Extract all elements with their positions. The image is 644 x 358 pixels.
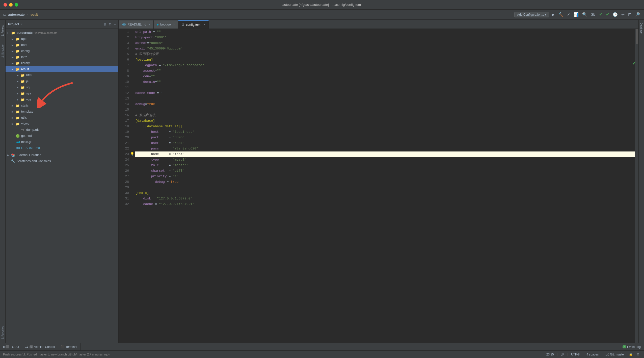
statusbar: Push successful: Pushed master to new br… <box>0 350 644 358</box>
code-line-24: type = "mysql" <box>135 157 635 163</box>
minimize-button[interactable] <box>9 3 13 7</box>
editor-content[interactable]: ✔ 1234 5678 9101112 13141516 17181920 21… <box>119 29 638 343</box>
profile-button[interactable]: 🔍 <box>581 12 588 17</box>
tree-root[interactable]: ▾ 📁 autocreate ~/go/src/autocreate <box>6 30 118 36</box>
code-line-18: [[database.default]] <box>135 124 635 129</box>
tree-item-sys[interactable]: ▶ 📁 sys <box>6 90 118 96</box>
sidebar-item-favorites[interactable]: 2: Favorites <box>0 323 5 343</box>
bottom-tab-version-control[interactable]: ⎇ 9 Version Control <box>22 343 58 351</box>
readme-tab-close[interactable]: ✕ <box>148 23 150 26</box>
tree-item-library[interactable]: ▶ 📁 library <box>6 60 118 66</box>
search-icon[interactable]: 🔎 <box>634 12 641 17</box>
editor-checkmark: ✔ <box>632 60 636 66</box>
sidebar-item-project[interactable]: 1: Project <box>0 21 5 41</box>
event-log-label: Event Log <box>627 345 641 349</box>
indent[interactable]: 4 spaces <box>585 353 600 356</box>
tree-item-views[interactable]: ▶ 📁 views <box>6 121 118 127</box>
hide-panel-icon[interactable]: − <box>114 22 116 26</box>
bottom-tabs: ≡ 6 TODO ⎇ 9 Version Control ⬛ Terminal … <box>0 343 644 350</box>
settings-status-icon: ⚙ <box>637 353 639 356</box>
code-line-13 <box>135 96 635 101</box>
tree-item-js[interactable]: ▶ 📁 js <box>6 78 118 84</box>
git-history-icon[interactable]: 🕐 <box>612 12 619 17</box>
tree-item-scratches[interactable]: ▶ 🔧 Scratches and Consoles <box>6 158 118 164</box>
tree-item-main-go[interactable]: ▶ GO main.go <box>6 139 118 145</box>
close-button[interactable] <box>4 3 7 7</box>
bottom-tab-todo[interactable]: ≡ 6 TODO <box>0 343 22 351</box>
panel-chevron[interactable]: ▾ <box>21 23 22 25</box>
sidebar-item-database[interactable]: Database <box>639 21 643 36</box>
titlebar: autocreate [~/go/src/autocreate] – .../c… <box>0 0 644 10</box>
folder-icon: 📁 <box>16 61 20 65</box>
settings-status[interactable]: ⚙ <box>635 353 641 356</box>
check-button[interactable]: ✓ <box>566 12 571 17</box>
settings-icon[interactable]: ⚙ <box>109 22 112 26</box>
coverage-button[interactable]: 📊 <box>573 12 580 17</box>
tree-item-static[interactable]: ▶ 📁 static <box>6 103 118 109</box>
boot-tab-close[interactable]: ✕ <box>173 23 175 26</box>
tree-item-readme[interactable]: ▶ MD README.md <box>6 145 118 151</box>
code-line-8: assest="" <box>135 68 635 74</box>
config-tab-close[interactable]: ✕ <box>203 23 205 26</box>
git-branch-status[interactable]: ⎇ Git: master <box>604 353 626 356</box>
tab-config-toml[interactable]: ⚙ config.toml ✕ <box>178 20 209 29</box>
scope-icon[interactable]: ⊕ <box>103 22 106 26</box>
folder-icon: 📁 <box>16 55 20 59</box>
tree-item-external-libs[interactable]: ▶ 📚 External Libraries <box>6 152 118 158</box>
tab-boot-go[interactable]: ● boot.go ✕ <box>154 20 178 29</box>
code-editor[interactable]: url-path = "" http-port="8081" author="R… <box>131 29 635 343</box>
bottom-tab-terminal[interactable]: ⬛ Terminal <box>58 343 80 351</box>
todo-label: TODO <box>10 345 19 349</box>
folder-icon: 📁 <box>16 43 20 47</box>
tree-item-config[interactable]: ▶ 📁 config <box>6 48 118 54</box>
folder-icon: 📁 <box>21 86 25 89</box>
code-line-5: # 应用系统设置 <box>135 52 635 57</box>
editor-area: MD README.md ✕ ● boot.go ✕ ⚙ config.toml… <box>119 20 638 343</box>
run-button[interactable]: ▶ <box>551 12 556 17</box>
tree-item-template[interactable]: ▶ 📁 template <box>6 109 118 115</box>
bottom-tab-event-log[interactable]: 2 Event Log <box>620 343 644 351</box>
git-ok-icon[interactable]: ✔ <box>605 12 610 17</box>
tree-item-dump-rdb[interactable]: ▶ 🗃 dump.rdb <box>6 127 118 133</box>
git-push-icon[interactable]: ✔ <box>598 12 603 17</box>
code-line-22: pass = "Ytsnjzhq620" <box>135 146 635 151</box>
toolbar-separator: › <box>27 13 28 16</box>
tree-item-utils[interactable]: ▶ 📁 utils <box>6 115 118 121</box>
todo-num: 6 <box>6 345 9 348</box>
cursor-position[interactable]: 23:25 <box>545 353 555 356</box>
build-button[interactable]: 🔨 <box>557 12 564 17</box>
folder-icon: 📁 <box>16 49 20 53</box>
lock-icon-status[interactable]: 🔒 <box>627 353 634 356</box>
git-undo-icon[interactable]: ↩ <box>620 12 626 17</box>
folder-icon: 📁 <box>21 98 25 101</box>
sidebar-item-structure[interactable]: 2: Structure <box>0 41 5 61</box>
tree-item-html[interactable]: ▶ 📁 html <box>6 72 118 78</box>
tree-item-result[interactable]: ▾ 📂 result <box>6 66 118 72</box>
tree-item-boot[interactable]: ▶ 📁 boot <box>6 42 118 48</box>
code-line-20: port = "3306" <box>135 135 635 140</box>
git-diff-icon[interactable]: ⊡ <box>627 12 632 17</box>
tree-item-go-mod[interactable]: ▶ 🟢 go.mod <box>6 133 118 139</box>
tree-item-app[interactable]: ▶ 📁 app <box>6 36 118 42</box>
code-line-7: logpath = "/tmp/log/autocreate" <box>135 63 635 68</box>
encoding[interactable]: UTF-8 <box>570 353 581 356</box>
tree-item-sql[interactable]: ▶ 📁 sql <box>6 84 118 90</box>
line-separator[interactable]: LF <box>559 353 566 356</box>
tree-item-intro[interactable]: ▶ 📁 intro <box>6 54 118 60</box>
terminal-icon: ⬛ <box>61 345 65 348</box>
git-label: Git: <box>591 13 596 16</box>
tab-readme[interactable]: MD README.md ✕ <box>119 20 154 29</box>
code-line-28: debug = true <box>135 179 635 185</box>
rdb-file-icon: 🗃 <box>21 128 25 132</box>
event-log-num: 2 <box>623 345 626 348</box>
indent-label: 4 spaces <box>586 353 599 356</box>
code-line-30: [redis] <box>135 190 635 196</box>
maximize-button[interactable] <box>15 3 18 7</box>
tree-item-vue[interactable]: ▶ 📁 vue <box>6 96 118 103</box>
collapse-arrow: ▶ <box>12 38 16 40</box>
code-line-15 <box>135 107 635 113</box>
todo-icon: ≡ <box>3 345 5 348</box>
add-configuration-button[interactable]: Add Configuration... ▾ <box>514 12 549 17</box>
project-panel-header: Project ▾ ⊕ ⚙ − <box>6 20 118 29</box>
editor-scrollbar[interactable] <box>635 29 638 343</box>
